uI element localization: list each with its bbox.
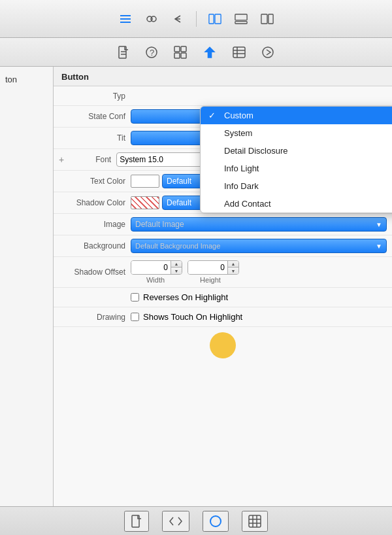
shadow-offset-group: 0 ▲ ▼ 0 ▲ ▼: [131, 260, 387, 284]
bottom-tab-circle[interactable]: [203, 511, 229, 532]
shadow-height-down[interactable]: ▼: [228, 268, 238, 275]
image-chevron: ▼: [376, 221, 382, 228]
text-color-value: Default: [167, 177, 191, 186]
svg-rect-11: [268, 14, 272, 24]
shows-touch-checkbox[interactable]: [131, 313, 139, 321]
svg-rect-18: [181, 46, 186, 52]
shadow-color-label: Shadow Color: [59, 198, 131, 207]
section-title: Button: [54, 67, 392, 86]
width-label: Width: [131, 276, 180, 284]
svg-point-4: [151, 16, 156, 22]
right-panel: Button Typ State Conf ▼ Tit: [54, 67, 392, 506]
yellow-circle-preview: [210, 332, 236, 358]
shadow-width-input[interactable]: 0: [131, 261, 171, 274]
arrow-right-icon-button[interactable]: [259, 43, 277, 61]
svg-rect-7: [215, 14, 221, 24]
bottom-tab-grid[interactable]: [242, 511, 268, 532]
dropdown-item-system[interactable]: System: [201, 124, 392, 142]
dropdown-item-add-contact[interactable]: Add Contact: [201, 195, 392, 213]
image-control: Default Image ▼: [131, 217, 387, 232]
layout-bottom-button[interactable]: [231, 10, 252, 28]
dropdown-item-custom[interactable]: Custom: [201, 107, 392, 124]
link-button[interactable]: [141, 10, 162, 28]
offset-labels: Width Height: [131, 276, 387, 284]
dropdown-item-info-light[interactable]: Info Light: [201, 160, 392, 177]
drawing-row: Drawing Shows Touch On Highlight: [54, 307, 392, 327]
font-label: Font: [67, 155, 116, 164]
shadow-height-arrows: ▲ ▼: [227, 260, 238, 275]
preview-area: [54, 327, 392, 361]
svg-rect-22: [233, 47, 245, 58]
background-chevron: ▼: [376, 243, 382, 250]
type-dropdown-overlay: Custom System Detail Disclosure Info Lig…: [200, 106, 392, 213]
shadow-height-input[interactable]: 0: [188, 261, 227, 274]
svg-rect-8: [235, 14, 246, 20]
drawing-label: Drawing: [59, 313, 131, 322]
layout-right-button[interactable]: [257, 10, 278, 28]
background-label: Background: [59, 241, 131, 250]
background-dropdown[interactable]: Default Background Image ▼: [131, 239, 387, 253]
download-icon-button[interactable]: [200, 43, 220, 62]
dropdown-item-detail-disclosure[interactable]: Detail Disclosure: [201, 142, 392, 160]
shadow-width-up[interactable]: ▲: [171, 260, 182, 268]
shadow-width-down[interactable]: ▼: [171, 268, 182, 275]
second-toolbar: ?: [0, 38, 392, 67]
text-color-label: Text Color: [59, 177, 131, 186]
svg-rect-19: [174, 53, 180, 58]
image-row: Image Default Image ▼: [54, 214, 392, 235]
svg-text:?: ?: [150, 48, 154, 58]
background-control: Default Background Image ▼: [131, 239, 387, 253]
doc-icon-button[interactable]: [115, 43, 132, 61]
shadow-color-swatch[interactable]: [131, 196, 159, 209]
layout-left-button[interactable]: [204, 10, 225, 28]
image-placeholder: Default Image: [135, 220, 184, 229]
bottom-tab-doc[interactable]: [124, 511, 149, 532]
shadow-width-stepper[interactable]: 0 ▲ ▼: [131, 260, 182, 275]
shows-touch-label: Shows Touch On Highlight: [143, 312, 242, 322]
title-label: Tit: [59, 133, 131, 143]
svg-marker-21: [204, 46, 216, 58]
left-panel-title: ton: [0, 72, 53, 87]
svg-rect-20: [181, 53, 186, 58]
shadow-width-arrows: ▲ ▼: [171, 260, 182, 275]
offset-inputs: 0 ▲ ▼ 0 ▲ ▼: [131, 260, 387, 275]
bottom-tabs: [0, 506, 392, 535]
grid-icon-button[interactable]: [171, 43, 189, 61]
image-dropdown[interactable]: Default Image ▼: [131, 217, 387, 232]
lines-icon-button[interactable]: [230, 43, 248, 61]
type-row: Typ: [54, 86, 392, 106]
left-panel: ton: [0, 67, 54, 506]
text-color-swatch[interactable]: [131, 175, 159, 188]
dropdown-item-info-dark[interactable]: Info Dark: [201, 177, 392, 195]
plus-icon[interactable]: +: [59, 154, 64, 165]
image-label: Image: [59, 220, 131, 229]
svg-rect-10: [261, 14, 267, 24]
top-toolbar: [0, 0, 392, 38]
height-label: Height: [186, 276, 235, 284]
svg-rect-17: [174, 46, 180, 52]
reverses-row: Reverses On Highlight: [54, 288, 392, 307]
svg-rect-9: [235, 21, 246, 24]
shadow-offset-label: Shadow Offset: [59, 268, 131, 277]
svg-point-26: [263, 47, 273, 58]
reverses-control: Reverses On Highlight: [131, 292, 387, 302]
svg-rect-29: [249, 515, 261, 527]
shadow-height-up[interactable]: ▲: [228, 260, 238, 268]
state-config-label: State Conf: [59, 112, 131, 121]
main-layout: ton Button Typ State Conf ▼ Tit: [0, 67, 392, 506]
shadow-color-value: Default: [167, 198, 191, 207]
reverses-label: Reverses On Highlight: [143, 292, 228, 302]
bottom-tab-code[interactable]: [162, 511, 189, 532]
background-placeholder: Default Background Image: [135, 242, 220, 250]
shadow-height-stepper[interactable]: 0 ▲ ▼: [188, 260, 239, 275]
reverses-checkbox[interactable]: [131, 293, 139, 302]
svg-point-28: [210, 516, 221, 526]
arrow-button[interactable]: [167, 10, 188, 28]
help-icon-button[interactable]: ?: [142, 43, 161, 61]
shows-touch-control: Shows Touch On Highlight: [131, 312, 387, 322]
svg-rect-6: [208, 14, 213, 24]
type-label: Typ: [59, 92, 131, 101]
shadow-offset-row: Shadow Offset 0 ▲ ▼ 0 ▲: [54, 257, 392, 288]
align-button[interactable]: [115, 10, 136, 28]
background-row: Background Default Background Image ▼: [54, 235, 392, 257]
